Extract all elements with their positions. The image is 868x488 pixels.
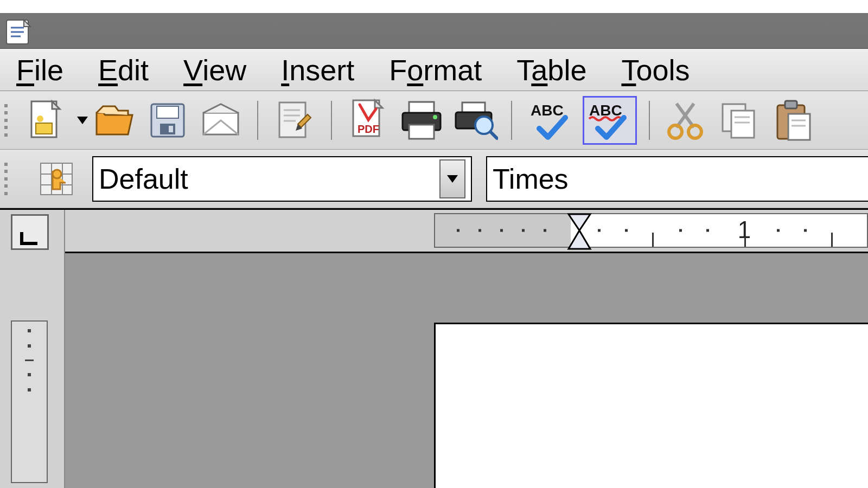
svg-point-20 <box>433 115 437 119</box>
titlebar[interactable] <box>0 13 868 49</box>
font-name-combo[interactable]: Times <box>486 156 868 202</box>
document-area: 1 <box>0 208 868 488</box>
toolbar-separator <box>511 101 512 140</box>
left-gutter <box>0 210 65 488</box>
font-name-value[interactable]: Times <box>493 163 863 195</box>
menubar: File Edit View Insert Format Table Tools <box>0 49 868 91</box>
toolbar-grip[interactable] <box>4 157 13 201</box>
toolbar-grip[interactable] <box>4 99 13 142</box>
svg-text:ABC: ABC <box>531 102 564 119</box>
paragraph-style-dropdown[interactable] <box>439 159 465 198</box>
print-preview-button[interactable] <box>450 96 499 145</box>
vertical-ruler[interactable] <box>11 320 48 483</box>
svg-point-45 <box>53 170 61 178</box>
menu-view[interactable]: View <box>183 53 246 87</box>
menu-format[interactable]: Format <box>389 53 482 87</box>
svg-point-29 <box>669 125 682 138</box>
horizontal-ruler-area: 1 <box>65 210 868 253</box>
pdf-label: PDF <box>358 123 379 135</box>
horizontal-ruler[interactable]: 1 <box>434 213 868 248</box>
document-viewport[interactable] <box>65 253 868 488</box>
copy-button[interactable] <box>715 96 764 145</box>
svg-point-6 <box>37 115 43 122</box>
toolbar-separator <box>331 101 332 140</box>
open-button[interactable] <box>90 96 139 145</box>
edit-document-button[interactable] <box>270 96 319 145</box>
svg-line-24 <box>490 132 497 138</box>
auto-spellcheck-button[interactable]: ABC <box>583 96 637 145</box>
paste-button[interactable] <box>768 96 817 145</box>
menu-edit[interactable]: Edit <box>98 53 149 87</box>
standard-toolbar: PDF ABC ABC <box>0 91 868 150</box>
cut-button[interactable] <box>662 96 711 145</box>
mail-button[interactable] <box>196 96 245 145</box>
paragraph-style-combo[interactable]: Default <box>92 156 472 202</box>
new-document-button[interactable] <box>23 96 72 145</box>
paragraph-style-value[interactable]: Default <box>99 163 439 195</box>
svg-rect-36 <box>785 101 797 108</box>
svg-rect-10 <box>169 126 173 132</box>
tab-stop-selector[interactable] <box>11 214 49 250</box>
menu-insert[interactable]: Insert <box>281 53 354 87</box>
ruler-page-region <box>571 214 867 247</box>
menu-file[interactable]: File <box>16 53 63 87</box>
menu-tools[interactable]: Tools <box>621 53 690 87</box>
window-top-gap <box>0 0 868 13</box>
svg-rect-19 <box>409 125 434 139</box>
formatting-toolbar: Default Times <box>0 150 868 208</box>
menu-table[interactable]: Table <box>516 53 586 87</box>
toolbar-separator <box>649 101 650 140</box>
toolbar-separator <box>257 101 258 140</box>
indent-marker-icon[interactable] <box>566 212 592 250</box>
styles-window-button[interactable] <box>37 159 76 198</box>
page[interactable] <box>434 323 868 488</box>
ruler-margin-region <box>435 214 571 247</box>
print-button[interactable] <box>397 96 446 145</box>
new-document-dropdown[interactable] <box>77 117 88 124</box>
svg-rect-5 <box>36 123 52 134</box>
export-pdf-button[interactable]: PDF <box>344 96 393 145</box>
svg-rect-8 <box>157 106 178 118</box>
svg-rect-32 <box>731 111 754 138</box>
app-icon <box>5 17 36 45</box>
save-button[interactable] <box>143 96 192 145</box>
svg-point-30 <box>688 125 701 138</box>
spellcheck-button[interactable]: ABC <box>524 96 578 145</box>
svg-rect-37 <box>788 114 810 140</box>
